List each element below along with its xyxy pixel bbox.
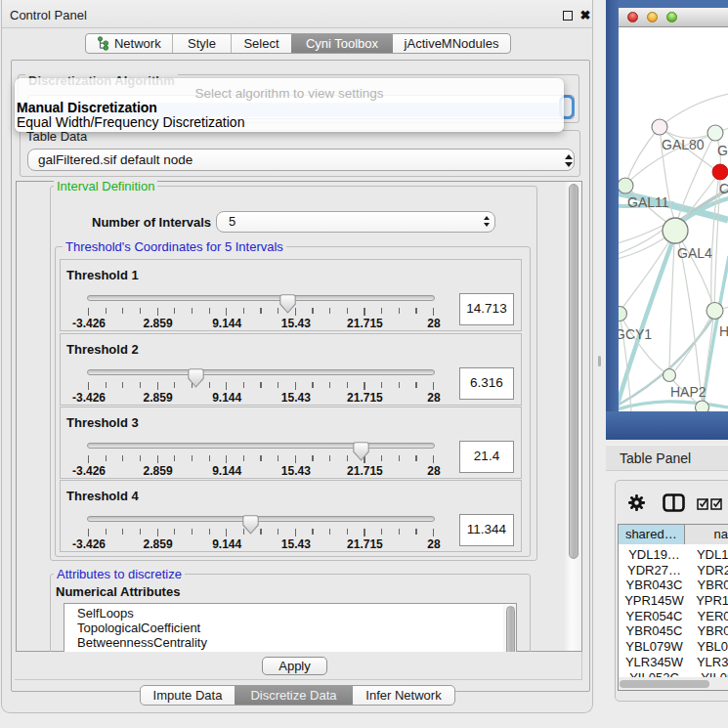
svg-text:GAL11: GAL11 xyxy=(627,194,669,210)
svg-text:H: H xyxy=(719,323,728,339)
svg-text:HAP2: HAP2 xyxy=(670,384,707,400)
svg-text:GAL4: GAL4 xyxy=(677,245,712,261)
svg-text:C: C xyxy=(719,181,728,196)
svg-text:GAL80: GAL80 xyxy=(662,137,705,152)
svg-text:GCY1: GCY1 xyxy=(619,326,652,342)
svg-text:GA: GA xyxy=(717,143,728,158)
